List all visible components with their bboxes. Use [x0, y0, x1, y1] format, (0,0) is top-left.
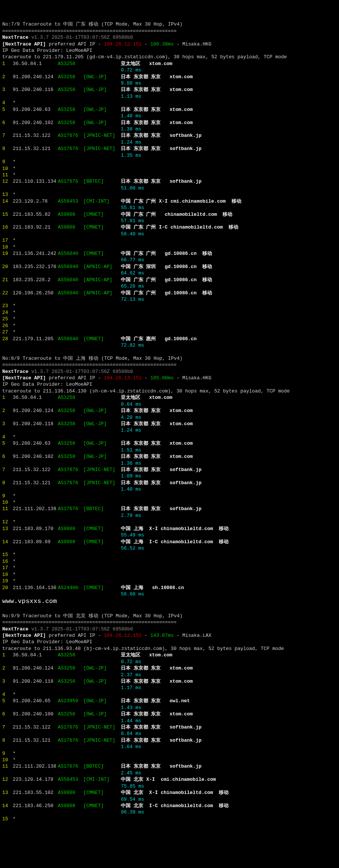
hop-star: * [13, 565, 16, 571]
hop-latency-row: 1.36 ms [2, 460, 337, 467]
hop-ip: 211.15.32.121 [13, 480, 58, 486]
hop-ip: 91.200.240.124 [13, 74, 58, 80]
hop-row: 4* [2, 691, 337, 698]
hop-latency-row: 0.72 ms [2, 67, 337, 73]
hop-latency: 51.00 ms [121, 185, 144, 191]
hop-number: 5 [2, 106, 13, 113]
hop-latency-row: 2.45 ms [2, 770, 337, 776]
hop-ip: 223.120.14.178 [13, 776, 58, 783]
hop-location: 日本 东京都 东京 xtom.com [121, 74, 193, 80]
hop-location: 日本 东京都 东京 softbank.jp [121, 145, 202, 152]
hop-row: 18* [2, 244, 337, 250]
hop-row: 12* [2, 519, 337, 525]
hop-row: 13221.183.89.170AS9808[CMNET]中国 上海 X-I c… [2, 526, 337, 532]
hop-row: 7211.15.32.122AS17676[JPNIC-NET]日本 东京都 东… [2, 132, 337, 139]
hop-number: 19 [2, 578, 13, 584]
hop-row: 591.200.240.65AS23959[OWL-JP]日本 东京都 东京 o… [2, 698, 337, 704]
hop-star: * [13, 191, 16, 198]
hop-tag: [BBTEC] [83, 763, 121, 770]
api-ms: 100.38ms [151, 41, 174, 47]
hop-ip: 91.200.240.63 [13, 106, 58, 113]
hop-ip: 221.183.55.102 [13, 789, 58, 796]
terminal-output: No:7/9 Traceroute to 中国 广东 移动 (TCP Mode,… [2, 21, 337, 822]
hop-number: 5 [2, 440, 13, 447]
hop-latency: 69.54 ms [121, 796, 144, 803]
hop-number: 11 [2, 506, 13, 512]
hop-number: 20 [2, 264, 13, 270]
hop-latency-row: 75.85 ms [2, 783, 337, 789]
hop-number: 11 [2, 172, 13, 178]
hop-number: 23 [2, 303, 13, 309]
hop-row: 291.200.240.124AS3258[OWL-JP]日本 东京都 东京 x… [2, 74, 337, 80]
hop-row: 26* [2, 323, 337, 329]
hop-ip: 211.15.32.121 [13, 737, 58, 744]
hop-latency: 1.09 ms [121, 473, 141, 479]
hop-ip: 91.200.240.118 [13, 678, 58, 685]
hop-number: 15 [2, 816, 13, 822]
hop-tag: [CMNET] [83, 224, 121, 230]
hop-ip: 91.200.240.124 [13, 665, 58, 671]
hop-latency: 4.20 ms [121, 414, 141, 421]
hop-as: AS9808 [58, 224, 83, 230]
hop-tag: [OWL-JP] [83, 678, 121, 685]
hop-tag: [CMNET] [83, 585, 121, 591]
hop-row: 591.200.240.63AS3258[OWL-JP]日本 东京都 东京 xt… [2, 440, 337, 447]
hop-number: 20 [2, 585, 13, 591]
hop-tag: [OWL-JP] [83, 440, 121, 447]
hop-latency: 0.72 ms [121, 659, 141, 665]
hop-star: * [13, 323, 16, 329]
nexttrace-label: NextTrace [2, 626, 29, 632]
hop-latency: 1.40 ms [121, 486, 141, 492]
hop-number: 16 [2, 558, 13, 565]
hop-location: 日本 东京都 东京 softbank.jp [121, 480, 202, 486]
hop-row: 4* [2, 100, 337, 106]
geo-provider: IP Geo Data Provider: LeoMoeAPI [2, 639, 92, 645]
hop-location: 日本 东京都 东京 xtom.com [121, 665, 193, 671]
hop-as: AS56040 [58, 277, 83, 283]
hop-latency-row: 64.62 ms [2, 270, 337, 276]
hop-location: 中国 广东 深圳 gd.10086.cn 移动 [121, 264, 212, 270]
hop-number: 1 [2, 61, 13, 67]
hop-as: AS24400 [58, 585, 83, 591]
hop-as: AS17676 [58, 178, 83, 185]
hop-latency: 58.40 ms [121, 231, 144, 237]
hop-number: 24 [2, 309, 13, 316]
hop-latency-row: 58.40 ms [2, 231, 337, 237]
hop-row: 17* [2, 565, 337, 571]
hop-as: AS56040 [58, 336, 83, 342]
hop-latency: 56.52 ms [121, 545, 144, 551]
hop-ip: 221.183.89.69 [13, 539, 58, 545]
api-loc: - Misaka.LAX [173, 633, 211, 638]
hop-row: 25* [2, 316, 337, 322]
hop-ip: 36.50.84.1 [13, 61, 58, 67]
hop-latency-row: 0.72 ms [2, 659, 337, 665]
hop-location: 中国 北京 X-I chinamobileltd.com 移动 [121, 789, 229, 796]
hop-as: AS3258 [58, 86, 83, 93]
hop-location: 中国 广东 广州 gd.10086.cn 移动 [121, 277, 212, 283]
hop-ip: 211.15.32.122 [13, 467, 58, 473]
hop-row: 27* [2, 329, 337, 335]
hop-as: AS17676 [58, 763, 83, 770]
hop-latency: 0.72 ms [121, 67, 141, 73]
hop-latency: 75.85 ms [121, 783, 144, 789]
hop-star: * [13, 237, 16, 244]
hop-location: 日本 东京都 东京 softbank.jp [121, 737, 202, 744]
hop-ip: 211.15.32.122 [13, 132, 58, 139]
api-line: [NextTrace API] preferred API IP - 104.2… [2, 41, 337, 47]
hop-location: 日本 东京都 东京 softbank.jp [121, 467, 202, 473]
hop-ip: 221.183.92.21 [13, 224, 58, 230]
hop-star: * [13, 816, 16, 822]
hop-location: 日本 东京都 东京 owl.net [121, 698, 190, 704]
hop-tag: [CMI-INT] [83, 776, 121, 783]
hop-ip: 221.111.202.138 [13, 763, 58, 770]
hop-star: * [13, 244, 16, 250]
hop-ip: 91.200.240.63 [13, 440, 58, 447]
hop-row: 8211.15.32.121AS17676[JPNIC-NET]日本 东京都 东… [2, 480, 337, 486]
hop-row: 391.200.240.116AS3258[OWL-JP]日本 东京都 东京 x… [2, 86, 337, 93]
hop-latency: 1.24 ms [121, 139, 141, 145]
hop-number: 14 [2, 539, 13, 545]
hop-location: 日本 东京都 东京 xtom.com [121, 678, 193, 685]
hop-tag: [OWL-JP] [83, 120, 121, 126]
hop-latency: 2.79 ms [121, 512, 141, 519]
hop-location: 日本 东京都 东京 softbank.jp [121, 506, 202, 512]
